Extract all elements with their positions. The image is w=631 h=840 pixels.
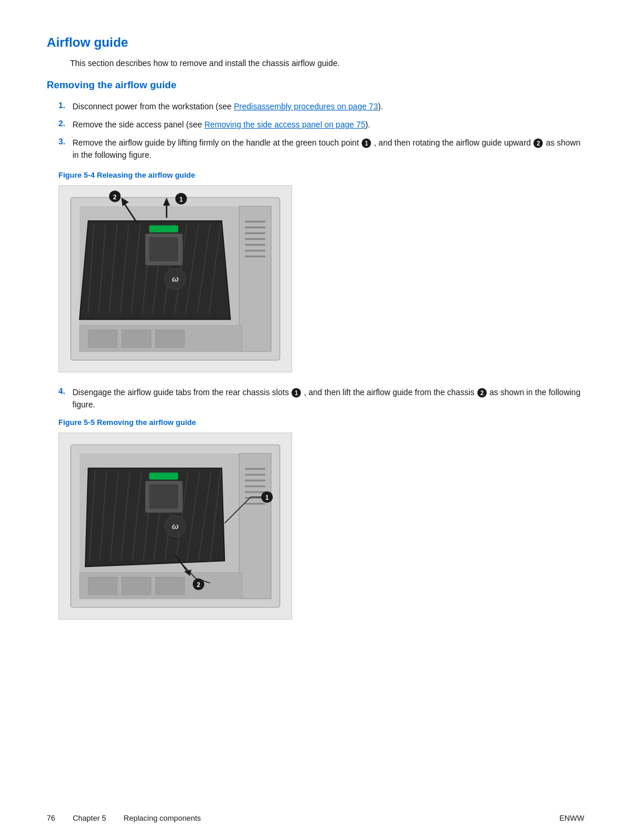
svg-text:1: 1: [265, 494, 269, 501]
svg-rect-5: [245, 233, 265, 234]
step-1-number: 1.: [58, 101, 72, 113]
svg-rect-3: [245, 221, 265, 223]
svg-rect-4: [245, 227, 265, 229]
svg-rect-13: [155, 330, 185, 347]
svg-rect-9: [245, 255, 265, 257]
svg-text:ω: ω: [172, 274, 179, 284]
step-3-text: Remove the airflow guide by lifting firm…: [72, 137, 584, 161]
svg-text:2: 2: [113, 193, 117, 201]
footer-chapter-title: Replacing components: [124, 814, 201, 822]
svg-rect-12: [122, 330, 151, 347]
svg-rect-11: [88, 330, 117, 347]
circle-4: 2: [477, 388, 487, 397]
figure1-image: ω 1 2: [58, 185, 292, 372]
circle-3: 1: [292, 388, 301, 397]
step-1-link[interactable]: Predisassembly procedures on page 73: [234, 102, 378, 111]
footer-left: 76 Chapter 5 Replacing components: [47, 814, 201, 822]
step-4: 4. Disengage the airflow guide tabs from…: [47, 386, 584, 411]
svg-rect-52: [122, 577, 151, 594]
step-2: 2. Remove the side access panel (see Rem…: [47, 119, 584, 131]
intro-paragraph: This section describes how to remove and…: [70, 58, 584, 68]
page-footer: 76 Chapter 5 Replacing components ENWW: [0, 814, 631, 822]
svg-rect-43: [245, 468, 265, 470]
svg-rect-29: [149, 237, 178, 261]
figure2-image: ω 1 2: [58, 433, 292, 620]
section-title: Airflow guide: [47, 35, 584, 50]
svg-rect-69: [149, 484, 178, 509]
footer-page-num: 76: [47, 814, 55, 822]
svg-text:ω: ω: [172, 521, 179, 531]
svg-rect-7: [245, 244, 265, 246]
svg-rect-8: [245, 250, 265, 251]
svg-rect-49: [245, 503, 265, 504]
figure2-label: Figure 5-5 Removing the airflow guide: [58, 418, 584, 427]
svg-rect-46: [245, 485, 265, 487]
svg-text:1: 1: [179, 196, 183, 203]
step-2-number: 2.: [58, 119, 72, 131]
circle-1: 1: [362, 139, 371, 148]
steps-list: 1. Disconnect power from the workstation…: [47, 101, 584, 161]
svg-rect-27: [149, 226, 178, 233]
step-3-number: 3.: [58, 137, 72, 161]
step-1-text: Disconnect power from the workstation (s…: [72, 101, 383, 113]
step-2-link[interactable]: Removing the side access panel on page 7…: [204, 120, 366, 129]
footer-chapter: Chapter 5: [72, 814, 106, 822]
svg-rect-53: [155, 577, 185, 594]
step-3: 3. Remove the airflow guide by lifting f…: [47, 137, 584, 161]
svg-rect-45: [245, 480, 265, 482]
figure2-container: ω 1 2: [58, 433, 584, 620]
step-2-text: Remove the side access panel (see Removi…: [72, 119, 370, 131]
step-4-number: 4.: [58, 386, 72, 411]
step-1: 1. Disconnect power from the workstation…: [47, 101, 584, 113]
circle-2: 2: [533, 139, 543, 148]
svg-text:2: 2: [197, 581, 200, 588]
step-4-text: Disengage the airflow guide tabs from th…: [72, 386, 584, 411]
svg-rect-67: [149, 473, 178, 480]
svg-rect-6: [245, 238, 265, 240]
figure1-container: ω 1 2: [58, 185, 584, 372]
footer-right-label: ENWW: [559, 814, 584, 822]
figure1-label: Figure 5-4 Releasing the airflow guide: [58, 171, 584, 179]
subsection-title: Removing the airflow guide: [47, 79, 584, 91]
svg-rect-51: [88, 577, 117, 594]
svg-rect-47: [245, 491, 265, 493]
svg-rect-44: [245, 474, 265, 476]
